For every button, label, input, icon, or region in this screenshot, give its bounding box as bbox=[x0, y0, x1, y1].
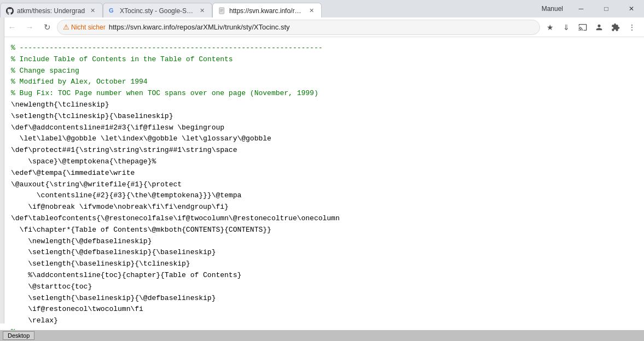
account-button[interactable] bbox=[591, 20, 607, 35]
tab-github-close[interactable]: ✕ bbox=[88, 7, 97, 15]
code-line: \@starttoc{toc} bbox=[11, 281, 633, 293]
tab-github-label: atkm/thesis: Undergrad bbox=[17, 7, 85, 15]
forward-button[interactable]: → bbox=[22, 20, 37, 35]
code-line: % --------------------------------------… bbox=[11, 43, 633, 54]
back-button[interactable]: ← bbox=[4, 20, 20, 35]
window-controls: Manuel ─ □ ✕ bbox=[536, 0, 644, 17]
more-button[interactable]: ⋮ bbox=[624, 20, 640, 35]
tab-google[interactable]: G XTocinc.sty - Google-Su... ✕ bbox=[103, 3, 212, 17]
code-line: \let\label\@gobble \let\index\@gobble \l… bbox=[11, 133, 633, 145]
code-line: \@auxout{\string\@writefile{#1}{\protect bbox=[11, 179, 633, 191]
code-line: \def\protect##1{\string\string\string##1… bbox=[11, 145, 633, 156]
code-line: \relax} bbox=[11, 315, 633, 327]
nav-bar: ← → ↻ ⚠ Nicht sicher ★ ⇓ ⋮ bbox=[0, 17, 644, 37]
code-content[interactable]: % --------------------------------------… bbox=[0, 37, 644, 330]
tab-google-label: XTocinc.sty - Google-Su... bbox=[120, 7, 194, 15]
code-line: \edef\@tempa{\immediate\write bbox=[11, 168, 633, 179]
github-icon bbox=[6, 7, 14, 15]
user-label: Manuel bbox=[536, 5, 568, 13]
maximize-button[interactable]: □ bbox=[594, 0, 619, 17]
code-line: \contentsline{#2}{#3}{\the\@temptokena}}… bbox=[11, 190, 633, 202]
minimize-button[interactable]: ─ bbox=[568, 0, 594, 17]
code-line: % Include Table of Contents in the Table… bbox=[11, 54, 633, 66]
tab-svn-close[interactable]: ✕ bbox=[307, 7, 316, 15]
google-icon: G bbox=[109, 7, 117, 15]
refresh-button[interactable]: ↻ bbox=[39, 20, 55, 35]
title-bar: atkm/thesis: Undergrad ✕ G XTocinc.sty -… bbox=[0, 0, 644, 17]
code-line: \def\@addcontentsline#1#2#3{\if@filesw \… bbox=[11, 122, 633, 134]
extension-button[interactable] bbox=[608, 20, 623, 35]
download-button[interactable]: ⇓ bbox=[559, 20, 574, 35]
address-input[interactable] bbox=[109, 23, 534, 31]
code-line: \newlength{\tclineskip} bbox=[11, 99, 633, 111]
warning-icon: ⚠ bbox=[63, 23, 69, 31]
nav-icons-right: ★ ⇓ ⋮ bbox=[542, 20, 640, 35]
code-line: \setlength{\@defbaselineskip}{\baselines… bbox=[11, 247, 633, 258]
bookmark-star-button[interactable]: ★ bbox=[542, 20, 558, 35]
tab-google-close[interactable]: ✕ bbox=[198, 7, 206, 15]
code-line: \setlength{\baselineskip}{\tclineskip} bbox=[11, 258, 633, 270]
tab-strip: atkm/thesis: Undergrad ✕ G XTocinc.sty -… bbox=[0, 0, 536, 17]
code-line: \setlength{\tclineskip}{\baselineskip} bbox=[11, 111, 633, 122]
tab-github[interactable]: atkm/thesis: Undergrad ✕ bbox=[0, 3, 103, 17]
code-line: \fi\chapter*{Table of Contents\@mkboth{C… bbox=[11, 225, 633, 236]
address-bar-container: ⚠ Nicht sicher bbox=[57, 20, 540, 35]
code-line: \setlength{\baselineskip}{\@defbaselines… bbox=[11, 293, 633, 304]
security-indicator: ⚠ Nicht sicher bbox=[63, 23, 106, 31]
code-line: %\addcontentsline{toc}{chapter}{Table of… bbox=[11, 270, 633, 281]
code-line: % Modified by Alex, October 1994 bbox=[11, 77, 633, 88]
security-label: Nicht sicher bbox=[71, 23, 106, 31]
code-line: \if@nobreak \ifvmode\nobreak\fi\fi\endgr… bbox=[11, 202, 633, 213]
code-line: \def\tableofcontents{\@restonecolfalse\i… bbox=[11, 213, 633, 225]
cast-button[interactable] bbox=[575, 20, 590, 35]
taskbar: Desktop bbox=[0, 330, 644, 341]
taskbar-desktop[interactable]: Desktop bbox=[3, 331, 34, 340]
page-icon bbox=[218, 7, 226, 15]
code-line: \newlength{\@defbaselineskip} bbox=[11, 236, 633, 248]
code-line: \if@restonecol\twocolumn\fi bbox=[11, 304, 633, 315]
tab-svn[interactable]: https://svn.kwarc.info/re... ✕ bbox=[212, 3, 322, 17]
left-edge bbox=[0, 17, 4, 324]
close-button[interactable]: ✕ bbox=[619, 0, 644, 17]
tab-svn-label: https://svn.kwarc.info/re... bbox=[229, 7, 304, 15]
code-line: % Bug Fix: TOC Page number when TOC span… bbox=[11, 88, 633, 99]
code-line: % Change spacing bbox=[11, 66, 633, 77]
code-line: \space}\@temptokena{\thepage}% bbox=[11, 156, 633, 168]
